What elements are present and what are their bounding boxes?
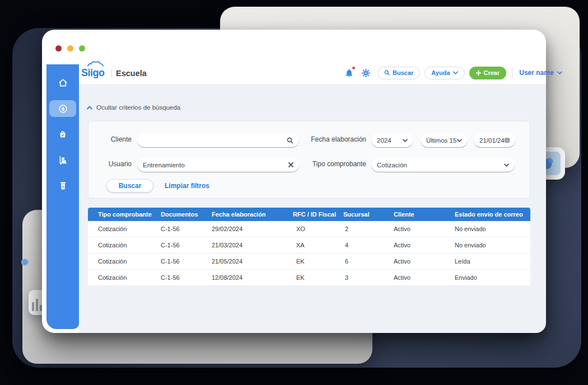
bar-chart-icon [36,299,38,311]
chevron-down-icon [453,71,458,74]
sidebar-item-inventory[interactable] [49,152,76,168]
notifications-bell-icon[interactable] [344,68,354,78]
sidebar-item-purchases[interactable] [49,126,76,143]
minimize-window-button[interactable] [67,45,73,51]
usuario-input[interactable]: Entrenamiento [137,158,299,172]
table-header-row: Tipo comprobante Documentos Fecha elabor… [88,208,530,221]
column-header: Cliente [394,211,455,218]
column-header: Fecha elaboración [212,211,293,218]
window-controls [55,45,85,51]
sidebar-nav: $ [46,64,79,329]
brand-logo-text: Siigo [81,67,105,79]
app-window: Siigo Escuela [42,30,546,333]
filters-buscar-button[interactable]: Buscar [106,179,153,192]
calendar-icon [505,137,510,143]
column-header: RFC / ID Fiscal [293,211,343,218]
table-row[interactable]: Cotización C-1-56 29/02/2024 XO 2 Activo… [88,221,530,237]
chevron-up-icon [87,106,92,110]
decorative-blue-dot [21,259,29,266]
fecha-elaboracion-label: Fecha elaboración [301,135,366,143]
sidebar-item-billing[interactable]: $ [49,100,76,117]
inventory-icon [58,156,68,165]
plus-icon [476,71,481,76]
home-icon [58,78,68,87]
usuario-label: Usuario [88,160,132,168]
tipo-comprobante-dropdown[interactable]: Cotización [371,158,515,172]
bar-chart-icon [32,302,34,311]
close-window-button[interactable] [55,45,62,51]
column-header: Estado envío de correo [455,211,530,218]
header-divider [111,69,112,78]
user-menu[interactable]: User name [519,69,562,77]
clear-icon[interactable] [288,162,293,167]
column-header: Tipo comprobante [98,211,161,218]
chevron-down-icon [403,139,408,142]
crear-button[interactable]: Crear [469,67,507,79]
cliente-search-input[interactable] [137,133,299,147]
notification-badge [352,67,355,69]
archive-icon [59,181,67,190]
cliente-label: Cliente [88,135,132,143]
chevron-down-icon [457,139,462,142]
page-title: Escuela [116,69,147,78]
filters-collapse-toggle[interactable]: Ocultar criterios de búsqueda [87,104,180,111]
table-row[interactable]: Cotización C-1-56 12/08/2024 EK 3 Activo… [88,270,530,286]
column-header: Documentos [161,211,212,218]
period-dropdown[interactable]: Últimos 15 [421,133,468,147]
header-ayuda-button[interactable]: Ayuda [424,67,464,79]
documents-table: Tipo comprobante Documentos Fecha elabor… [88,208,530,286]
chevron-down-icon [504,163,509,167]
desktop-background: Siigo Escuela [0,0,588,385]
siigo-cloud-icon [86,60,105,67]
tipo-comprobante-label: Tipo comprobante [301,160,366,168]
column-header: Sucursal [343,211,394,218]
search-icon [384,70,390,76]
header-divider [512,67,512,78]
year-dropdown[interactable]: 2024 [371,133,413,147]
search-icon[interactable] [287,137,293,144]
brand-logo[interactable]: Siigo [81,64,105,81]
svg-text:$: $ [61,106,64,111]
table-row[interactable]: Cotización C-1-56 21/05/2024 EK 6 Activo… [88,253,530,270]
limpiar-filtros-link[interactable]: Limpiar filtros [165,182,209,190]
search-criteria-panel: Cliente Fecha elaboración 2024 Últimos 1… [88,121,530,199]
settings-gear-icon[interactable] [362,69,370,77]
sidebar-item-archive[interactable] [49,177,76,194]
chevron-down-icon [557,71,562,74]
header-buscar-button[interactable]: Buscar [377,67,420,79]
date-picker-field[interactable]: 21/01/24 [474,133,515,147]
sidebar-item-home[interactable] [49,74,76,91]
table-row[interactable]: Cotización C-1-56 21/03/2024 XA 4 Activo… [88,237,530,253]
billing-icon: $ [58,104,68,114]
main-content: Ocultar criterios de búsqueda Cliente Fe… [79,84,546,333]
purchases-icon [58,130,67,139]
header-actions: Buscar Ayuda Crear User name [344,65,562,80]
maximize-window-button[interactable] [79,45,85,51]
